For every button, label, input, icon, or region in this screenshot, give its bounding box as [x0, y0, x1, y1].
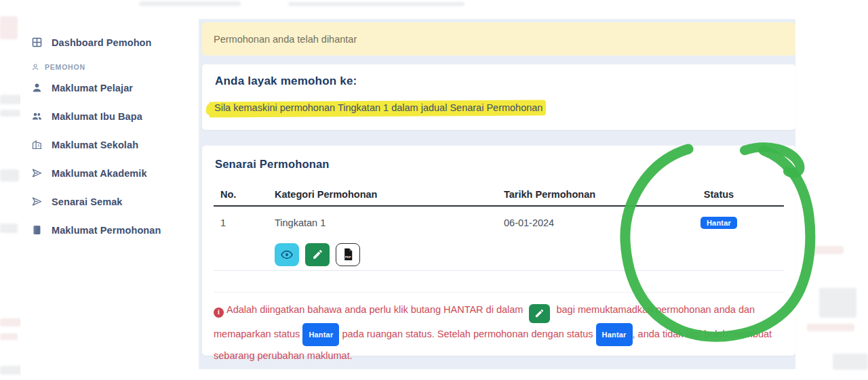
- applications-title: Senarai Permohonan: [215, 158, 330, 171]
- eligibility-note-text: Sila kemaskini permohonan Tingkatan 1 da…: [209, 100, 542, 113]
- column-header-kategori: Kategori Permohonan: [268, 189, 497, 200]
- sidebar-section-pemohon: PEMOHON: [31, 63, 85, 71]
- background-ghost: [819, 288, 856, 318]
- file-pdf-icon: PDF: [342, 248, 354, 261]
- applications-table: No. Kategori Permohonan Tarikh Permohona…: [214, 183, 784, 293]
- sidebar-item-label: Maklumat Sekolah: [52, 140, 138, 150]
- column-header-no: No.: [214, 189, 268, 200]
- alert-message: Permohonan anda telah dihantar: [214, 34, 357, 45]
- sidebar-item-label: Maklumat Permohonan: [52, 225, 161, 236]
- background-ghost: [0, 333, 18, 340]
- background-ghost: [0, 169, 19, 182]
- sidebar-item-label: Maklumat Pelajar: [52, 83, 133, 93]
- reminder-part1: Adalah diingatkan bahawa anda perlu klik…: [226, 304, 523, 315]
- eye-icon: [280, 248, 294, 261]
- pencil-icon: [534, 308, 545, 318]
- application-portal-screen: Dashboard Pemohon PEMOHON Maklumat Pelaj…: [0, 0, 868, 380]
- send-icon: [31, 196, 43, 207]
- row-number: 1: [214, 217, 268, 228]
- background-ghost: [0, 110, 20, 117]
- background-ghost: [833, 354, 868, 370]
- row-actions: PDF: [214, 238, 784, 271]
- info-circle-icon: i: [214, 308, 224, 318]
- sidebar-item-maklumat-pelajar[interactable]: Maklumat Pelajar: [31, 82, 133, 93]
- background-ghost: [288, 2, 465, 6]
- table-header-row: No. Kategori Permohonan Tarikh Permohona…: [214, 183, 784, 207]
- table-row: 1 Tingkatan 1 06-01-2024 Hantar: [214, 207, 784, 238]
- sidebar-item-maklumat-akademik[interactable]: Maklumat Akademik: [31, 167, 147, 179]
- submission-alert: Permohonan anda telah dihantar: [202, 22, 795, 56]
- sidebar-item-senarai-semak[interactable]: Senarai Semak: [31, 196, 122, 207]
- edit-button[interactable]: [305, 243, 330, 266]
- row-date: 06-01-2024: [497, 217, 675, 228]
- pdf-button[interactable]: PDF: [336, 243, 360, 266]
- applications-card: Senarai Permohonan No. Kategori Permohon…: [202, 146, 795, 356]
- background-ghost: [139, 1, 241, 6]
- eligibility-title: Anda layak memohon ke:: [215, 75, 357, 88]
- status-badge: Hantar: [596, 323, 633, 346]
- background-ghost: [0, 318, 23, 326]
- grid-icon: [31, 37, 43, 48]
- svg-text:PDF: PDF: [344, 255, 351, 259]
- row-category: Tingkatan 1: [268, 217, 497, 228]
- background-ghost: [0, 16, 18, 39]
- sidebar-item-dashboard[interactable]: Dashboard Pemohon: [31, 37, 152, 48]
- building-icon: [31, 139, 43, 150]
- status-badge: Hantar: [701, 217, 737, 229]
- sidebar-item-maklumat-sekolah[interactable]: Maklumat Sekolah: [31, 139, 138, 150]
- sidebar-item-label: Dashboard Pemohon: [52, 37, 152, 48]
- status-badge: Hantar: [302, 323, 339, 346]
- eligibility-note: Sila kemaskini permohonan Tingkatan 1 da…: [209, 100, 542, 118]
- background-ghost: [807, 324, 854, 331]
- reminder-text: iAdalah diingatkan bahawa anda perlu kli…: [214, 300, 785, 365]
- person-icon: [31, 82, 43, 93]
- sidebar-item-maklumat-permohonan[interactable]: Maklumat Permohonan: [31, 224, 161, 236]
- sidebar-item-label: Senarai Semak: [52, 196, 122, 207]
- reminder-part3: pada ruangan status. Setelah permohonan …: [342, 329, 593, 339]
- table-footer-rule: [214, 271, 784, 293]
- pencil-icon: [312, 249, 323, 260]
- sidebar: Dashboard Pemohon PEMOHON Maklumat Pelaj…: [20, 9, 199, 380]
- view-button[interactable]: [275, 243, 299, 266]
- eligibility-card: Anda layak memohon ke: Sila kemaskini pe…: [202, 64, 795, 130]
- status-badge-cell: Hantar: [675, 217, 763, 229]
- send-icon: [31, 167, 43, 179]
- background-ghost: [0, 224, 18, 233]
- people-icon: [31, 110, 43, 122]
- column-header-status: Status: [675, 189, 763, 200]
- background-ghost: [814, 246, 844, 254]
- column-header-tarikh: Tarikh Permohonan: [497, 189, 675, 200]
- person-outline-icon: [31, 63, 39, 71]
- sidebar-item-label: Maklumat Ibu Bapa: [52, 111, 142, 122]
- book-icon: [31, 224, 43, 236]
- inline-edit-button[interactable]: [529, 304, 550, 323]
- sidebar-item-maklumat-ibu-bapa[interactable]: Maklumat Ibu Bapa: [31, 110, 142, 122]
- sidebar-section-label: PEMOHON: [45, 63, 85, 71]
- sidebar-item-label: Maklumat Akademik: [52, 168, 147, 179]
